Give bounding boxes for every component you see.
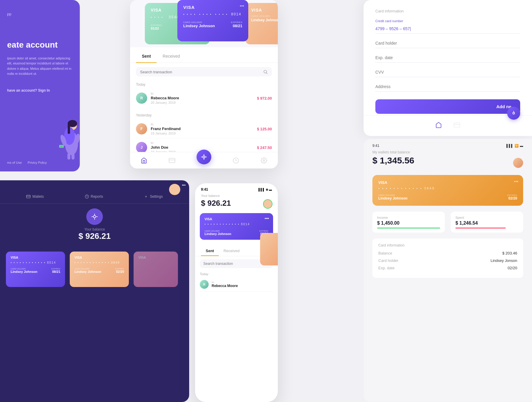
tab-received[interactable]: Received <box>157 50 186 63</box>
create-account-panel: pp eate account ipsum dolor sit amet, co… <box>0 0 80 171</box>
search-bar <box>136 67 272 77</box>
nav-reports[interactable]: Reports <box>85 194 103 199</box>
balance-icon[interactable] <box>86 208 103 225</box>
balance-section: Your balance $ 926.21 <box>0 204 189 252</box>
ci-exp-key: Exp. date <box>378 266 395 270</box>
tx-name: John Doe <box>151 145 257 150</box>
exp-date-input[interactable] <box>375 53 520 63</box>
spent-bar <box>455 228 506 228</box>
card-purple: VISA ••• • • • • • • • • • • • • 8014 CA… <box>6 252 65 287</box>
ci-holder-row: Card holder Lindsey Jonson <box>378 258 517 263</box>
mobile-search-input[interactable] <box>203 262 263 266</box>
svg-point-24 <box>513 112 515 114</box>
status-bar: 9:41 ▌▌▌ 🛜 ▬ <box>364 139 532 150</box>
tx-to: to: <box>151 123 257 126</box>
privacy-link[interactable]: Privicy Policy <box>28 161 47 164</box>
card-menu-dots[interactable]: ••• <box>265 216 269 221</box>
mobile-battery: ▬ <box>269 188 272 191</box>
nav-wallets[interactable]: Wallets <box>26 194 44 199</box>
address-field <box>375 82 520 92</box>
user-avatar-header <box>169 184 180 195</box>
mobile-status-icons: ▌▌▌ ⊕ ▬ <box>259 188 272 191</box>
ci-holder-key: Card holder <box>378 258 398 263</box>
wallet-card-orange: ••• VISA • • • • • • • • • • • • 3849 CA… <box>372 175 523 206</box>
mobile-tab-sent[interactable]: Sent <box>201 246 219 256</box>
tx-to: to: <box>151 141 257 145</box>
ci-balance-row: Balance $ 203.46 <box>378 251 517 255</box>
spent-value: $ 1,246.54 <box>455 221 518 226</box>
panel-header <box>0 180 189 190</box>
nav-home[interactable] <box>140 157 147 164</box>
nav-clock[interactable] <box>232 157 239 164</box>
table-row: F to: Franz Ferdinand 19 January, 2019 $… <box>136 120 272 138</box>
bottom-nav <box>130 152 278 168</box>
ci-balance-key: Balance <box>378 251 392 255</box>
tx-name: Franz Ferdinand <box>151 127 257 131</box>
svg-point-21 <box>263 160 265 161</box>
credit-card-number-field: Credit card number <box>375 19 520 34</box>
svg-rect-9 <box>59 145 64 148</box>
mobile-center-panel: 9:41 ▌▌▌ ⊕ ▬ Your balance $ 926.21 ••• V… <box>195 183 278 402</box>
form-title: Card information <box>375 9 520 13</box>
svg-point-15 <box>203 156 205 158</box>
avatar: F <box>136 123 147 134</box>
ci-exp-val: 02/20 <box>507 266 517 270</box>
tx-info: to: Rebecca Moore 20 January, 2019 <box>151 92 257 104</box>
mobile-tab-received[interactable]: Received <box>219 246 244 256</box>
card-pink: VISA <box>134 252 178 287</box>
card-number: • • • • • • • • • • • • 8014 <box>205 223 268 226</box>
avatar: R <box>136 93 147 104</box>
mobile-tx-info: to: Rebecca Moore <box>212 281 273 288</box>
sign-in-prompt: have an account? Sign In <box>7 88 73 93</box>
wifi-icon: 🛜 <box>515 144 519 148</box>
svg-rect-26 <box>27 195 30 198</box>
today-section: Today R to: Rebecca Moore 20 January, 20… <box>130 79 278 110</box>
spent-label: Spent <box>455 216 518 219</box>
card-footer: CARD HOLDER Lindsey Johnson EXPIRES 08/2… <box>205 230 268 236</box>
mobile-balance-label: Your balance <box>195 194 278 197</box>
svg-point-30 <box>93 215 96 218</box>
wallet-title: My wallets total balance <box>364 150 532 154</box>
spent-box: Spent $ 1,246.54 <box>451 212 523 233</box>
search-input[interactable] <box>140 70 261 74</box>
svg-rect-7 <box>67 153 70 160</box>
nav-settings[interactable] <box>260 157 267 164</box>
card-info-section: Card information Balance $ 203.46 Card h… <box>372 239 523 278</box>
address-input[interactable] <box>375 82 520 92</box>
mobile-status-bar: 9:41 ▌▌▌ ⊕ ▬ <box>195 183 278 194</box>
svg-point-11 <box>264 70 267 73</box>
tx-info: to: Franz Ferdinand 19 January, 2019 <box>151 123 257 135</box>
income-bar <box>377 228 440 228</box>
svg-rect-13 <box>169 158 175 163</box>
yesterday-section: Yesterday F to: Franz Ferdinand 19 Janua… <box>130 110 278 152</box>
add-card-button[interactable]: Add ne <box>375 99 520 114</box>
fab-button[interactable] <box>197 150 211 164</box>
mobile-time: 9:41 <box>201 187 208 192</box>
footer-links: ms of Use Privicy Policy <box>7 161 47 164</box>
nav-wallet[interactable] <box>168 157 176 164</box>
wallet-detail-panel: 9:41 ▌▌▌ 🛜 ▬ My wallets total balance $ … <box>364 139 532 402</box>
mobile-user-avatar <box>263 199 273 209</box>
table-row: R to: Rebecca Moore 20 January, 2019 $ 9… <box>136 89 272 107</box>
battery-icon: ▬ <box>520 144 523 147</box>
today-label: Today <box>136 82 272 87</box>
mobile-wifi: ⊕ <box>266 188 268 191</box>
app-name: pp <box>7 12 73 16</box>
nav-home-icon[interactable] <box>435 122 442 130</box>
terms-link[interactable]: ms of Use <box>7 161 22 164</box>
wallet-balance: $ 1,345.56 <box>372 155 414 166</box>
tx-to: to: <box>151 92 257 95</box>
card-holder-input[interactable] <box>375 38 520 48</box>
fab-button-small[interactable] <box>507 107 520 120</box>
sign-in-link[interactable]: Sign In <box>38 88 50 93</box>
tab-sent[interactable]: Sent <box>136 50 157 63</box>
nav-settings[interactable]: Settings <box>144 194 163 199</box>
income-value: $ 1,450.00 <box>377 221 440 226</box>
credit-card-input[interactable] <box>375 24 520 34</box>
nav-wallet-icon[interactable] <box>454 122 460 130</box>
svg-rect-4 <box>68 124 70 134</box>
card-brand: VISA <box>205 217 268 221</box>
list-item: R to: Rebecca Moore <box>200 278 273 291</box>
cvv-input[interactable] <box>375 67 520 77</box>
card-form-panel: Card information Credit card number Add … <box>364 0 532 136</box>
